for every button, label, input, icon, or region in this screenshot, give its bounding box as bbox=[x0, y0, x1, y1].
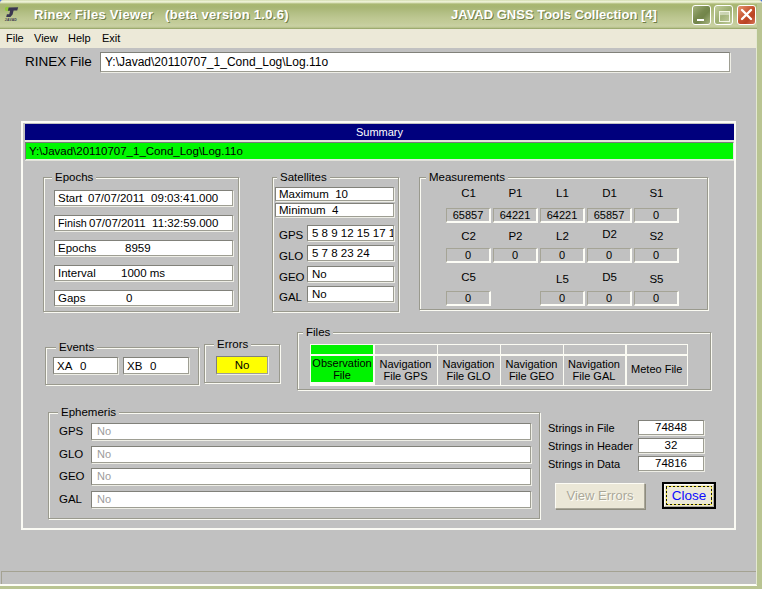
svg-text:JAVAD: JAVAD bbox=[5, 18, 18, 22]
